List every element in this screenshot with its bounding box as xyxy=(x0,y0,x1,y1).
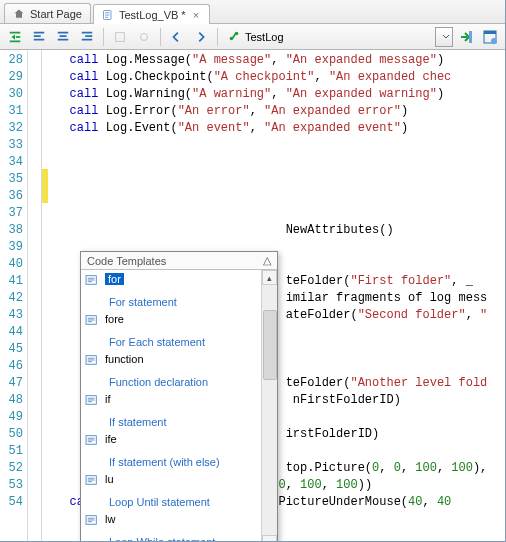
home-icon xyxy=(13,8,25,20)
popup-scrollbar[interactable]: ▴ ▾ xyxy=(261,270,277,542)
marker-margin xyxy=(28,50,42,541)
align-center-button[interactable] xyxy=(52,26,74,48)
template-list[interactable]: forFor statementforeFor Each statementfu… xyxy=(81,270,261,542)
nav-back-button[interactable] xyxy=(166,26,188,48)
template-desc: Function declaration xyxy=(109,376,208,388)
sort-icon[interactable]: △ xyxy=(263,254,271,267)
tab-testlog-vb[interactable]: TestLog_VB * × xyxy=(93,4,210,24)
align-right-button[interactable] xyxy=(76,26,98,48)
code-editor[interactable]: 2829303132333435363738394041424344454647… xyxy=(0,50,505,541)
scroll-down-button[interactable]: ▾ xyxy=(262,535,277,542)
popup-title: Code Templates xyxy=(87,255,166,267)
code-templates-popup: Code Templates △ forFor statementforeFor… xyxy=(80,251,278,542)
svg-rect-5 xyxy=(469,31,472,43)
toolbar-separator xyxy=(217,28,218,46)
template-item-lw[interactable]: lw xyxy=(81,510,261,530)
template-icon xyxy=(85,354,99,368)
align-left-button[interactable] xyxy=(28,26,50,48)
template-item-for[interactable]: for xyxy=(81,270,261,290)
template-name: for xyxy=(105,273,124,285)
template-icon xyxy=(85,474,99,488)
template-name: fore xyxy=(105,313,124,325)
template-item-fore[interactable]: fore xyxy=(81,310,261,330)
svg-point-8 xyxy=(491,38,497,44)
template-item-ife[interactable]: ife xyxy=(81,430,261,450)
function-dropdown[interactable] xyxy=(435,27,453,47)
svg-point-2 xyxy=(141,33,148,40)
script-icon xyxy=(102,9,114,21)
template-icon xyxy=(85,394,99,408)
panel-settings-button[interactable] xyxy=(479,26,501,48)
template-desc: Loop While statement xyxy=(109,536,215,542)
goto-function-button[interactable] xyxy=(455,26,477,48)
template-desc: Loop Until statement xyxy=(109,496,210,508)
template-desc: For statement xyxy=(109,296,177,308)
template-icon xyxy=(85,274,99,288)
template-desc: If statement xyxy=(109,416,166,428)
template-item-function[interactable]: function xyxy=(81,350,261,370)
function-icon xyxy=(227,30,241,44)
template-icon xyxy=(85,514,99,528)
indent-right-button[interactable] xyxy=(4,26,26,48)
popup-header[interactable]: Code Templates △ xyxy=(81,252,277,270)
template-icon xyxy=(85,314,99,328)
nav-forward-button[interactable] xyxy=(190,26,212,48)
document-tabstrip: Start Page TestLog_VB * × xyxy=(0,0,505,24)
line-number-gutter: 2829303132333435363738394041424344454647… xyxy=(0,50,28,541)
tab-start-page[interactable]: Start Page xyxy=(4,3,91,23)
toolbar-separator xyxy=(103,28,104,46)
template-desc: If statement (with else) xyxy=(109,456,220,468)
template-desc: For Each statement xyxy=(109,336,205,348)
show-bookmark-button[interactable] xyxy=(133,26,155,48)
svg-point-4 xyxy=(235,31,238,34)
scroll-up-button[interactable]: ▴ xyxy=(262,270,277,285)
template-item-lu[interactable]: lu xyxy=(81,470,261,490)
scroll-thumb[interactable] xyxy=(263,310,277,380)
function-name: TestLog xyxy=(245,31,407,43)
template-name: ife xyxy=(105,433,117,445)
svg-rect-1 xyxy=(116,32,125,41)
template-item-if[interactable]: if xyxy=(81,390,261,410)
template-icon xyxy=(85,434,99,448)
editor-toolbar: TestLog xyxy=(0,24,505,50)
svg-point-3 xyxy=(230,36,233,39)
tab-label: TestLog_VB * xyxy=(119,9,186,21)
function-selector[interactable]: TestLog xyxy=(227,30,407,44)
close-icon[interactable]: × xyxy=(191,9,201,21)
tab-label: Start Page xyxy=(30,8,82,20)
template-name: lu xyxy=(105,473,114,485)
template-name: lw xyxy=(105,513,115,525)
toolbar-separator xyxy=(160,28,161,46)
template-name: function xyxy=(105,353,144,365)
svg-rect-7 xyxy=(484,31,496,34)
toggle-bookmark-button[interactable] xyxy=(109,26,131,48)
template-name: if xyxy=(105,393,111,405)
chevron-down-icon xyxy=(442,33,450,41)
